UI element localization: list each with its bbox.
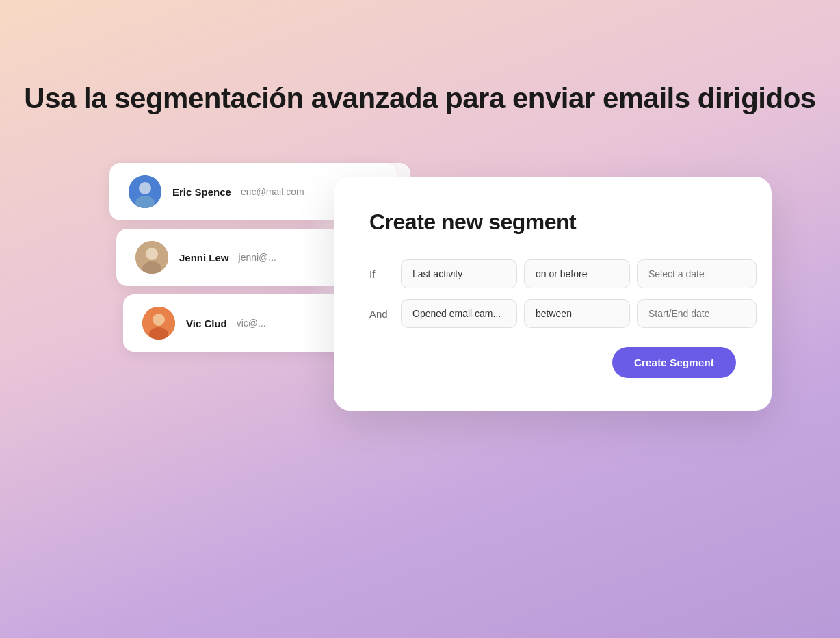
avatar-eric — [129, 175, 161, 208]
svg-point-4 — [146, 248, 158, 260]
segment-row-and: And — [369, 299, 736, 328]
svg-point-1 — [139, 182, 151, 194]
date-field-if[interactable] — [637, 259, 757, 288]
condition-field-if[interactable] — [401, 259, 517, 288]
avatar-jenni — [135, 241, 168, 274]
condition-field-and[interactable] — [401, 299, 517, 328]
and-label: And — [369, 308, 394, 320]
operator-field-and[interactable] — [524, 299, 630, 328]
contact-name-jenni: Jenni Lew — [179, 252, 229, 264]
contact-email-jenni: jenni@... — [239, 252, 276, 263]
contact-name-eric: Eric Spence — [172, 186, 231, 198]
date-field-and[interactable] — [637, 299, 757, 328]
contact-name-vic: Vic Clud — [186, 318, 227, 329]
avatar-vic — [142, 307, 175, 340]
contact-email-vic: vic@... — [237, 318, 266, 329]
svg-point-7 — [153, 314, 165, 326]
page-title: Usa la segmentación avanzada para enviar… — [0, 0, 840, 149]
if-label: If — [369, 268, 394, 280]
segment-modal: Create new segment If And Create Segment — [334, 177, 772, 411]
content-area: Eric Spence eric@mail.com No orders Jenn… — [0, 149, 840, 560]
modal-title: Create new segment — [369, 209, 736, 235]
operator-field-if[interactable] — [524, 259, 630, 288]
create-segment-button[interactable]: Create Segment — [612, 347, 736, 378]
contact-email-eric: eric@mail.com — [241, 186, 304, 197]
segment-row-if: If — [369, 259, 736, 288]
